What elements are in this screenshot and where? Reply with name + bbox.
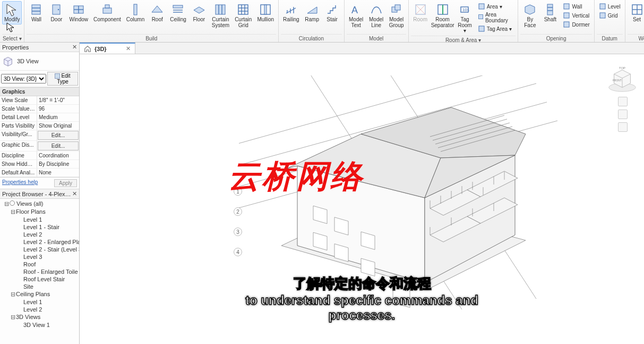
tool-label: Ramp <box>305 17 319 23</box>
window-button[interactable]: Window <box>67 1 90 24</box>
svg-rect-42 <box>478 15 483 19</box>
property-value[interactable]: Coordination <box>37 152 79 160</box>
type-selector[interactable]: 3D View <box>0 52 79 71</box>
tree-node[interactable]: Level 1 <box>0 298 79 306</box>
property-row[interactable]: Visibility/Gr...Edit... <box>0 130 79 141</box>
svg-rect-51 <box>600 4 605 9</box>
roof-icon <box>150 3 164 16</box>
property-row[interactable]: Default Anal...None <box>0 169 79 177</box>
tree-node[interactable]: Level 2 - Enlarged Pla <box>0 238 79 246</box>
svg-rect-25 <box>264 5 267 14</box>
mini-label: Area ▾ <box>487 4 502 10</box>
close-icon[interactable]: ✕ <box>72 190 77 197</box>
property-value[interactable]: None <box>37 169 79 177</box>
properties-title: Properties <box>2 44 29 51</box>
stair-button[interactable]: Stair <box>323 1 342 24</box>
tree-node[interactable]: Roof - Enlarged Toile <box>0 268 79 275</box>
property-row[interactable]: Graphic Dis...Edit... <box>0 141 79 152</box>
model-group-button[interactable]: Model Group <box>387 1 406 30</box>
curtain-system-button[interactable]: Curtain System <box>210 1 231 30</box>
model-line-button[interactable]: Model Line <box>367 1 386 30</box>
svg-rect-8 <box>103 8 111 13</box>
property-row[interactable]: DisciplineCoordination <box>0 152 79 160</box>
opening-wall-button[interactable]: Wall <box>562 2 590 11</box>
property-value[interactable]: Edit... <box>38 131 79 140</box>
railing-button[interactable]: Railing <box>281 1 302 24</box>
model-text-button[interactable]: AModel Text <box>347 1 366 30</box>
tree-node[interactable]: ⊟Views (all) <box>0 200 79 208</box>
properties-help-link[interactable]: Properties help <box>2 179 38 187</box>
tree-node[interactable]: ⊟3D Views <box>0 313 79 321</box>
tree-node[interactable]: 3D View 1 <box>0 321 79 329</box>
tree-label: Site <box>23 283 33 290</box>
tree-node[interactable]: ⊟Floor Plans <box>0 208 79 216</box>
ramp-button[interactable]: Ramp <box>303 1 322 24</box>
area-boundary-button[interactable]: Area Boundary <box>477 11 515 24</box>
tag-area-button[interactable]: Tag Area ▾ <box>477 24 515 33</box>
close-icon[interactable]: ✕ <box>72 44 77 51</box>
property-row[interactable]: Parts VisibilityShow Original <box>0 122 79 130</box>
floor-button[interactable]: Floor <box>190 1 209 24</box>
tree-twisty-icon[interactable]: ⊟ <box>4 200 10 207</box>
curtain-grid-button[interactable]: Curtain Grid <box>233 1 254 30</box>
tree-node[interactable]: Level 1 - Stair <box>0 223 79 231</box>
property-row[interactable]: View Scale1/8" = 1'-0" <box>0 96 79 105</box>
nav-wheel[interactable] <box>617 97 628 139</box>
tree-twisty-icon[interactable]: ⊟ <box>11 291 16 298</box>
property-row[interactable]: Show Hidden...By Discipline <box>0 160 79 169</box>
property-value[interactable]: 1/8" = 1'-0" <box>37 96 79 104</box>
tree-node[interactable]: Level 2 <box>0 306 79 313</box>
column-button[interactable]: Column <box>124 1 147 24</box>
edit-type-button[interactable]: Edit Type <box>47 72 78 86</box>
shaft-button[interactable]: Shaft <box>540 1 560 24</box>
property-value[interactable]: 96 <box>37 105 79 113</box>
tool-label: Model Line <box>369 17 383 28</box>
tree-node[interactable]: ⊟Ceiling Plans <box>0 290 79 298</box>
view-cube[interactable]: TOP FRONT <box>607 63 638 94</box>
railing-icon <box>284 3 298 16</box>
tag-room-button[interactable]: 101Tag Room ▾ <box>456 1 475 36</box>
tree-node[interactable]: Roof Level Stair <box>0 275 79 283</box>
drawing-canvas[interactable]: TOP FRONT <box>80 54 644 344</box>
tree-node[interactable]: Level 2 - Stair (Level 3 <box>0 246 79 253</box>
tree-twisty-icon[interactable]: ⊟ <box>11 314 16 321</box>
tab-3d-view[interactable]: {3D} ✕ <box>80 43 135 54</box>
close-icon[interactable]: ✕ <box>126 45 131 52</box>
property-row[interactable]: Detail LevelMedium <box>0 113 79 122</box>
room-separator-button[interactable]: Room Separator <box>431 1 454 30</box>
mullion-button[interactable]: Mullion <box>255 1 276 24</box>
property-key: Scale Value ... <box>0 105 37 113</box>
property-value[interactable]: Show Original <box>37 122 79 130</box>
tree-node[interactable]: Level 1 <box>0 216 79 223</box>
by-face-button[interactable]: By Face <box>520 1 539 30</box>
tree-node[interactable]: Roof <box>0 261 79 268</box>
door-button[interactable]: Door <box>47 1 66 24</box>
apply-button[interactable]: Apply <box>54 179 77 187</box>
tree-node[interactable]: Level 3 <box>0 253 79 261</box>
tree-node[interactable]: Level 2 <box>0 231 79 238</box>
instance-selector[interactable]: 3D View: {3D} <box>1 74 46 83</box>
tree-node[interactable]: Site <box>0 283 79 290</box>
property-value[interactable]: By Discipline <box>37 160 79 168</box>
roof-button[interactable]: Roof <box>148 1 167 24</box>
grid-button[interactable]: Grid <box>598 11 622 20</box>
wall-button[interactable]: Wall <box>27 1 46 24</box>
room-separator-icon <box>436 3 450 16</box>
property-value[interactable]: Medium <box>37 113 79 121</box>
svg-rect-12 <box>173 5 183 8</box>
opening-dormer-button[interactable]: Dormer <box>562 20 590 29</box>
opening-vertical-button[interactable]: Vertical <box>562 11 590 20</box>
set-button[interactable]: Set <box>628 1 644 24</box>
graphics-section[interactable]: Graphics <box>0 87 79 96</box>
property-value[interactable]: Edit... <box>38 141 79 150</box>
level-button[interactable]: Level <box>598 2 622 11</box>
browser-title: Project Browser - 4-Plex Housin... <box>2 191 72 197</box>
ceiling-button[interactable]: Ceiling <box>168 1 188 24</box>
area-button[interactable]: Area ▾ <box>477 2 515 11</box>
ribbon-group-label: Opening <box>520 34 591 42</box>
modify-button[interactable]: Modify <box>2 1 22 24</box>
room-button: Room <box>411 1 430 24</box>
tree-twisty-icon[interactable]: ⊟ <box>11 208 16 215</box>
property-row[interactable]: Scale Value ...96 <box>0 105 79 113</box>
component-button[interactable]: Component <box>91 1 123 24</box>
